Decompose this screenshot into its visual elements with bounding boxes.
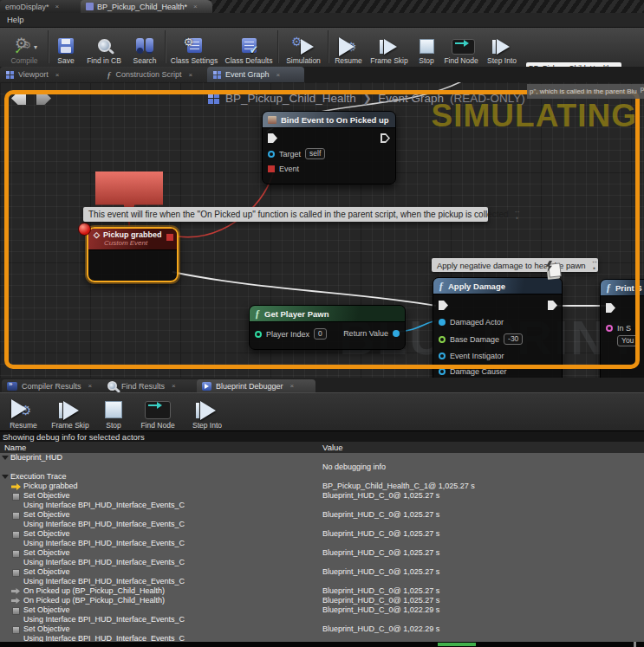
table-row[interactable]: Using Interface BPI_HUD_Interface_Events…: [0, 577, 644, 586]
node-icon: [12, 531, 20, 539]
base-damage-pin[interactable]: [439, 336, 446, 343]
table-row[interactable]: Set ObjectiveBlueprint_HUD_C_0@ 1,025.27…: [0, 529, 644, 539]
find-node-button[interactable]: Find Node: [442, 29, 480, 65]
window-tab-bp-pickup[interactable]: BP_Pickup_Child_Health* ×: [81, 0, 212, 13]
event-graph-canvas[interactable]: BLUEPRINT SIMULATING BP_Pickup_Child_Hea…: [0, 82, 644, 378]
table-row[interactable]: Set ObjectiveBlueprint_HUD_C_0@ 1,022.29…: [0, 605, 644, 615]
expand-arrow-icon[interactable]: [2, 456, 9, 460]
close-icon[interactable]: ×: [276, 71, 281, 79]
in-string-field[interactable]: You: [617, 335, 638, 346]
target-value-field[interactable]: self: [305, 148, 325, 159]
save-button[interactable]: Save: [50, 29, 81, 65]
exec-out-pin[interactable]: [548, 301, 557, 310]
row-name: Set Objective: [23, 624, 70, 634]
table-row[interactable]: Using Interface BPI_HUD_Interface_Events…: [0, 634, 644, 642]
bottom-strip-tick: [634, 642, 636, 647]
table-row[interactable]: Using Interface BPI_HUD_Interface_Events…: [0, 558, 644, 567]
tab-viewport[interactable]: Viewport ×: [0, 67, 110, 82]
column-value[interactable]: Value: [322, 443, 343, 452]
table-row[interactable]: Set ObjectiveBlueprint_HUD_C_0@ 1,022.29…: [0, 624, 644, 634]
node-get-player-pawn[interactable]: ƒ Get Player Pawn Player Index 0 Return …: [249, 305, 406, 350]
exec-in-pin[interactable]: [268, 133, 277, 143]
frame-skip-button[interactable]: Frame Skip: [368, 29, 410, 65]
debugger-table-body[interactable]: Blueprint_HUDNo debugging infoExecution …: [0, 453, 644, 642]
exec-in-pin[interactable]: [606, 303, 615, 313]
find-in-cb-button[interactable]: Find in CB: [83, 29, 125, 65]
debugger-stop-button[interactable]: Stop: [98, 395, 129, 430]
debugger-step-into-button[interactable]: Step Into: [185, 395, 229, 430]
debugger-resume-button[interactable]: ⚙ Resume: [3, 395, 43, 430]
expand-arrow-icon[interactable]: [2, 475, 9, 479]
close-icon[interactable]: ×: [55, 3, 60, 10]
table-row[interactable]: On Picked up (BP_Pickup_Child_Health)Blu…: [0, 586, 644, 596]
table-row[interactable]: Set ObjectiveBlueprint_HUD_C_0@ 1,025.27…: [0, 510, 644, 520]
table-row[interactable]: Set ObjectiveBlueprint_HUD_C_0@ 1,025.27…: [0, 567, 644, 577]
table-row[interactable]: No debugging info: [0, 463, 644, 472]
delegate-out-pin[interactable]: [166, 234, 173, 241]
pin-icon[interactable]: ↔▪: [514, 208, 521, 222]
debugger-frame-skip-button[interactable]: Frame Skip: [48, 395, 93, 430]
tab-compiler-results[interactable]: Compiler Results ×: [2, 379, 109, 392]
column-name[interactable]: Name: [4, 443, 26, 452]
simulation-button[interactable]: ⚙ Simulation: [281, 29, 326, 65]
node-header[interactable]: Bind Event to On Picked up: [263, 112, 395, 128]
breadcrumb-graph[interactable]: Event Graph: [378, 92, 444, 105]
player-index-pin[interactable]: [255, 331, 262, 338]
target-pin[interactable]: [268, 151, 275, 158]
breadcrumb-blueprint[interactable]: BP_Pickup_Child_Health: [225, 92, 356, 105]
node-pickup-grabbed[interactable]: ◇ Pickup grabbed Custom Event: [87, 227, 179, 282]
node-header[interactable]: ƒ Print S: [601, 280, 644, 296]
player-index-field[interactable]: 0: [314, 328, 327, 340]
table-row[interactable]: Set ObjectiveBlueprint_HUD_C_0@ 1,025.27…: [0, 491, 644, 501]
pin-icon[interactable]: ↔▪: [591, 258, 598, 272]
table-row[interactable]: Using Interface BPI_HUD_Interface_Events…: [0, 615, 644, 624]
exec-in-pin[interactable]: [439, 301, 448, 310]
tab-blueprint-debugger[interactable]: Blueprint Debugger ×: [197, 379, 315, 392]
class-defaults-button[interactable]: ✓ Class Defaults: [223, 29, 275, 65]
class-defaults-icon: ✓: [239, 36, 258, 55]
close-icon[interactable]: ×: [290, 382, 295, 390]
damaged-actor-pin[interactable]: [439, 319, 446, 326]
menu-help[interactable]: Help: [7, 15, 24, 24]
stop-button[interactable]: Stop: [413, 29, 440, 65]
step-into-button[interactable]: Step Into: [482, 29, 522, 65]
node-header[interactable]: ƒ Apply Damage: [433, 278, 562, 294]
tab-find-results[interactable]: Find Results ×: [102, 379, 204, 392]
class-settings-button[interactable]: ⚙ Class Settings: [168, 29, 220, 65]
close-icon[interactable]: ×: [172, 382, 176, 390]
window-tab-demodisplay[interactable]: emoDisplay* ×: [0, 0, 90, 13]
table-row[interactable]: Using Interface BPI_HUD_Interface_Events…: [0, 501, 644, 510]
base-damage-field[interactable]: -30: [504, 333, 523, 345]
event-delegate-pin[interactable]: [268, 165, 275, 172]
resume-button[interactable]: ⚙ Resume: [330, 29, 367, 65]
table-row[interactable]: Using Interface BPI_HUD_Interface_Events…: [0, 539, 644, 548]
close-icon[interactable]: ×: [88, 382, 93, 390]
tab-event-graph[interactable]: Event Graph ×: [207, 67, 304, 82]
close-icon[interactable]: ×: [55, 71, 60, 79]
tab-construction-script[interactable]: ƒ Construction Script ×: [101, 67, 217, 82]
compile-dropdown-caret[interactable]: ▾: [34, 43, 37, 51]
node-print-string[interactable]: ƒ Print S In S You: [600, 279, 644, 378]
table-row[interactable]: Using Interface BPI_HUD_Interface_Events…: [0, 520, 644, 529]
exec-out-pin[interactable]: [381, 133, 390, 143]
damage-causer-pin[interactable]: [439, 368, 446, 375]
return-value-pin[interactable]: [393, 330, 400, 337]
node-bind-event[interactable]: Bind Event to On Picked up Target self E…: [262, 111, 396, 184]
debugger-find-node-button[interactable]: Find Node: [134, 395, 181, 430]
table-row[interactable]: Pickup grabbedBP_Pickup_Child_Health_C_1…: [0, 482, 644, 491]
table-row[interactable]: Blueprint_HUD: [0, 453, 644, 463]
breakpoint-indicator[interactable]: [78, 223, 91, 236]
node-header[interactable]: ƒ Get Player Pawn: [250, 306, 405, 322]
search-button[interactable]: Search: [127, 29, 162, 65]
table-row[interactable]: On Picked up (BP_Pickup_Child_Health)Blu…: [0, 596, 644, 605]
row-name: Set Objective: [23, 529, 70, 539]
close-icon[interactable]: ×: [193, 3, 198, 10]
row-name: Pickup grabbed: [23, 482, 78, 491]
close-icon[interactable]: ×: [189, 71, 193, 79]
table-row[interactable]: Set ObjectiveBlueprint_HUD_C_0@ 1,025.27…: [0, 548, 644, 558]
table-row[interactable]: Execution Trace: [0, 472, 644, 482]
in-string-pin[interactable]: [606, 325, 613, 332]
event-instigator-pin[interactable]: [439, 353, 446, 359]
compile-button[interactable]: ⚙⚙ ✓ ▾ Compile: [3, 29, 45, 65]
node-apply-damage[interactable]: ƒ Apply Damage Damaged Actor Base Damage…: [433, 277, 563, 378]
